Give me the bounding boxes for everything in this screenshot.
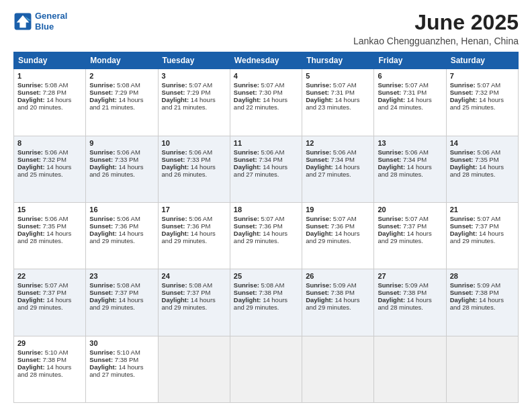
sunset-time: 7:36 PM	[259, 222, 282, 230]
location-title: Lankao Chengguanzhen, Henan, China	[353, 36, 519, 46]
daylight-label: Daylight:	[162, 296, 191, 304]
table-row: 26 Sunrise: 5:09 AM Sunset: 7:38 PM Dayl…	[302, 269, 374, 336]
month-title: June 2025	[353, 11, 519, 34]
table-row: 22 Sunrise: 5:07 AM Sunset: 7:37 PM Dayl…	[14, 269, 86, 336]
sunset-label: Sunset:	[17, 289, 42, 296]
day-number: 5	[306, 72, 370, 80]
table-row: 30 Sunrise: 5:10 AM Sunset: 7:38 PM Dayl…	[86, 336, 158, 402]
table-row: 27 Sunrise: 5:09 AM Sunset: 7:38 PM Dayl…	[374, 269, 446, 336]
sunrise-time: 5:10 AM	[117, 349, 140, 356]
sunset-time: 7:35 PM	[475, 156, 498, 163]
calendar-row: 15 Sunrise: 5:06 AM Sunset: 7:35 PM Dayl…	[14, 202, 519, 269]
sunset-label: Sunset:	[450, 222, 475, 230]
sunset-time: 7:38 PM	[403, 289, 427, 296]
daylight-label: Daylight:	[17, 96, 46, 103]
sunset-label: Sunset:	[378, 156, 402, 163]
day-number: 22	[17, 272, 82, 280]
sunset-label: Sunset:	[89, 222, 114, 230]
daylight-label: Daylight:	[450, 296, 479, 304]
sunrise-label: Sunrise:	[162, 215, 189, 222]
day-number: 27	[378, 272, 442, 280]
day-number: 30	[89, 339, 154, 347]
table-row: 19 Sunrise: 5:07 AM Sunset: 7:36 PM Dayl…	[302, 202, 374, 269]
sunrise-label: Sunrise:	[378, 281, 405, 289]
sunset-label: Sunset:	[234, 222, 259, 230]
sunrise-time: 5:09 AM	[405, 281, 429, 289]
sunrise-time: 5:06 AM	[117, 148, 140, 156]
table-row: 23 Sunrise: 5:08 AM Sunset: 7:37 PM Dayl…	[86, 269, 158, 336]
sunrise-label: Sunrise:	[234, 215, 261, 222]
sunset-label: Sunset:	[306, 222, 330, 230]
calendar-table: Sunday Monday Tuesday Wednesday Thursday…	[13, 52, 519, 403]
day-number: 20	[378, 205, 442, 214]
sunrise-label: Sunrise:	[89, 281, 117, 289]
day-number: 25	[234, 272, 298, 280]
sunset-label: Sunset:	[162, 156, 187, 163]
daylight-label: Daylight:	[17, 230, 46, 237]
daylight-label: Daylight:	[162, 163, 191, 171]
sunrise-label: Sunrise:	[234, 81, 261, 89]
table-row	[158, 336, 230, 402]
table-row: 5 Sunrise: 5:07 AM Sunset: 7:31 PM Dayli…	[302, 69, 374, 136]
sunrise-label: Sunrise:	[234, 281, 261, 289]
sunrise-time: 5:09 AM	[477, 281, 500, 289]
sunset-time: 7:31 PM	[331, 89, 355, 96]
sunrise-label: Sunrise:	[450, 281, 478, 289]
sunset-time: 7:38 PM	[259, 289, 282, 296]
sunrise-label: Sunrise:	[17, 148, 45, 156]
table-row: 1 Sunrise: 5:08 AM Sunset: 7:28 PM Dayli…	[14, 69, 86, 136]
sunrise-time: 5:07 AM	[189, 81, 212, 89]
daylight-label: Daylight:	[378, 296, 406, 304]
sunset-time: 7:38 PM	[331, 289, 355, 296]
sunrise-label: Sunrise:	[89, 81, 117, 89]
sunset-label: Sunset:	[162, 222, 187, 230]
daylight-label: Daylight:	[89, 363, 118, 371]
day-number: 28	[450, 272, 515, 280]
calendar-row: 8 Sunrise: 5:06 AM Sunset: 7:32 PM Dayli…	[14, 136, 519, 202]
sunrise-time: 5:09 AM	[333, 281, 357, 289]
col-friday: Friday	[374, 52, 446, 69]
day-number: 4	[234, 72, 298, 80]
sunset-time: 7:35 PM	[42, 222, 66, 230]
sunset-label: Sunset:	[17, 89, 42, 96]
sunrise-label: Sunrise:	[17, 281, 45, 289]
sunset-label: Sunset:	[234, 156, 259, 163]
sunset-label: Sunset:	[17, 156, 42, 163]
sunset-time: 7:32 PM	[42, 156, 66, 163]
table-row	[230, 336, 302, 402]
day-number: 18	[234, 205, 298, 214]
sunrise-label: Sunrise:	[306, 81, 333, 89]
sunrise-time: 5:06 AM	[477, 148, 500, 156]
sunset-label: Sunset:	[450, 156, 475, 163]
logo: General Blue	[13, 11, 67, 32]
header: General Blue June 2025 Lankao Chengguanz…	[13, 11, 519, 46]
col-tuesday: Tuesday	[158, 52, 230, 69]
sunrise-time: 5:07 AM	[477, 215, 500, 222]
logo-line1: General	[35, 11, 67, 21]
day-number: 21	[450, 205, 515, 214]
sunset-time: 7:29 PM	[115, 89, 138, 96]
sunrise-label: Sunrise:	[162, 148, 189, 156]
logo-icon	[13, 12, 32, 31]
daylight-label: Daylight:	[378, 96, 406, 103]
sunrise-time: 5:06 AM	[117, 215, 140, 222]
sunrise-time: 5:06 AM	[189, 215, 212, 222]
calendar-row: 29 Sunrise: 5:10 AM Sunset: 7:38 PM Dayl…	[14, 336, 519, 402]
sunset-label: Sunset:	[378, 89, 402, 96]
daylight-label: Daylight:	[17, 163, 46, 171]
sunrise-label: Sunrise:	[17, 215, 45, 222]
daylight-label: Daylight:	[162, 96, 191, 103]
day-number: 6	[378, 72, 442, 80]
sunset-time: 7:34 PM	[403, 156, 427, 163]
sunset-label: Sunset:	[17, 356, 42, 363]
sunset-label: Sunset:	[234, 289, 259, 296]
daylight-label: Daylight:	[306, 163, 335, 171]
sunrise-label: Sunrise:	[162, 281, 189, 289]
sunrise-time: 5:07 AM	[333, 81, 357, 89]
table-row: 3 Sunrise: 5:07 AM Sunset: 7:29 PM Dayli…	[158, 69, 230, 136]
daylight-label: Daylight:	[234, 296, 263, 304]
sunset-time: 7:38 PM	[115, 356, 138, 363]
day-number: 17	[162, 205, 226, 214]
daylight-label: Daylight:	[450, 230, 479, 237]
sunrise-time: 5:07 AM	[45, 281, 69, 289]
